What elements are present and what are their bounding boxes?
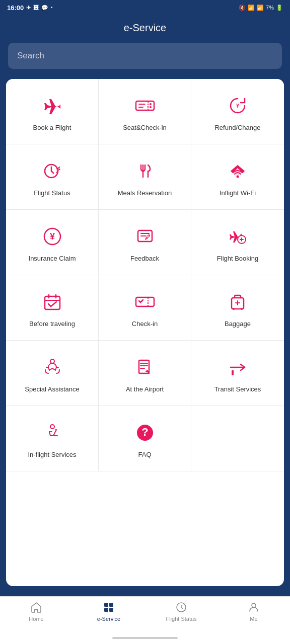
ticket-icon (132, 93, 158, 119)
svg-point-13 (233, 308, 235, 310)
meals-icon (132, 158, 158, 184)
search-section (0, 43, 290, 79)
svg-point-5 (237, 176, 239, 178)
baggage-icon (225, 289, 251, 315)
bottom-handle (0, 632, 290, 644)
nav-item-e-service[interactable]: e-Service (72, 601, 145, 622)
svg-rect-11 (136, 297, 154, 306)
nav-item-flight-status[interactable]: Flight Status (145, 601, 218, 622)
nav-item-home[interactable]: Home (0, 601, 72, 622)
grid-label-refund-change: Refund/Change (214, 124, 260, 132)
calendar-icon (39, 289, 65, 315)
refund-icon: ¥ (225, 93, 251, 119)
grid-label-special-assistance: Special Assistance (25, 385, 79, 394)
nav-label-flight-status: Flight Status (166, 616, 196, 622)
svg-text:¥: ¥ (236, 103, 240, 109)
svg-rect-25 (104, 608, 108, 612)
grid-item-inflight-services[interactable]: In-flight Services (6, 406, 99, 471)
flight-booking-icon (225, 223, 251, 250)
svg-rect-10 (45, 296, 60, 309)
nav-label-home: Home (29, 616, 43, 622)
grid-label-seat-checkin: Seat&Check-in (123, 124, 167, 132)
feedback-icon (132, 223, 158, 250)
grid-item-faq[interactable]: ? FAQ (99, 406, 191, 471)
svg-rect-26 (109, 608, 113, 612)
search-input[interactable] (8, 43, 282, 69)
flight-status-nav-icon (175, 601, 188, 614)
grid-label-feedback: Feedback (130, 255, 159, 263)
svg-point-14 (241, 308, 243, 310)
grid-item-feedback[interactable]: Feedback (99, 210, 191, 275)
grid-item-meals-reservation[interactable]: Meals Reservation (99, 144, 191, 210)
grid-item-at-the-airport[interactable]: At the Airport (99, 341, 191, 406)
grid-item-baggage[interactable]: Baggage (191, 275, 284, 341)
airport-book-icon (132, 354, 158, 380)
grid-item-refund-change[interactable]: ¥ Refund/Change (191, 79, 284, 144)
svg-text:¥: ¥ (49, 231, 54, 242)
grid-label-at-the-airport: At the Airport (126, 385, 164, 394)
svg-point-28 (252, 603, 256, 607)
me-icon (247, 601, 260, 614)
e-service-icon (102, 601, 115, 614)
grid-item-before-traveling[interactable]: Before traveling (6, 275, 99, 341)
services-grid-container: Book a Flight Seat&Check-in (6, 79, 284, 586)
checkin-ticket-icon (132, 289, 158, 315)
grid-label-baggage: Baggage (225, 320, 251, 329)
faq-icon: ? (132, 420, 158, 446)
svg-point-15 (50, 359, 54, 363)
assistance-icon (39, 354, 65, 380)
svg-rect-18 (232, 370, 234, 375)
grid-label-inflight-wifi: Inflight Wi-Fi (220, 189, 256, 198)
grid-label-inflight-services: In-flight Services (28, 451, 76, 459)
grid-label-before-traveling: Before traveling (29, 320, 75, 329)
grid-item-insurance-claim[interactable]: ¥ Insurance Claim (6, 210, 99, 275)
nav-item-me[interactable]: Me (218, 601, 290, 622)
svg-rect-24 (109, 603, 113, 607)
grid-item-transit-services[interactable]: Transit Services (191, 341, 284, 406)
page-title: e-Service (124, 22, 166, 33)
services-grid: Book a Flight Seat&Check-in (6, 79, 284, 471)
svg-rect-23 (104, 603, 108, 607)
grid-label-insurance-claim: Insurance Claim (29, 255, 76, 263)
grid-label-flight-booking: Flight Booking (217, 255, 258, 263)
grid-label-faq: FAQ (138, 451, 151, 459)
grid-label-check-in: Check-in (132, 320, 158, 329)
plane-icon (39, 93, 65, 119)
grid-item-special-assistance[interactable]: Special Assistance (6, 341, 99, 406)
bottom-navigation: Home e-Service Flight Status (0, 596, 290, 632)
grid-item-inflight-wifi[interactable]: Inflight Wi-Fi (191, 144, 284, 210)
nav-label-me: Me (250, 616, 257, 622)
status-bar: 16:00 ✈ 🖼 💬 • 🔇 📶 📶 7% 🔋 (0, 0, 290, 15)
app-header: e-Service (0, 15, 290, 43)
transit-icon (225, 354, 251, 380)
inflight-service-icon (39, 420, 65, 446)
wifi-plane-icon (225, 158, 251, 184)
nav-label-e-service: e-Service (97, 616, 120, 622)
yen-circle-icon: ¥ (39, 223, 65, 250)
home-icon (30, 601, 43, 614)
svg-point-1 (150, 103, 152, 105)
status-icons: 🔇 📶 📶 7% 🔋 (239, 5, 283, 11)
grid-item-flight-booking[interactable]: Flight Booking (191, 210, 284, 275)
grid-empty-cell (191, 406, 284, 471)
grid-label-flight-status: Flight Status (34, 189, 70, 198)
grid-item-check-in[interactable]: Check-in (99, 275, 191, 341)
grid-item-seat-checkin[interactable]: Seat&Check-in (99, 79, 191, 144)
svg-rect-0 (136, 101, 154, 110)
grid-label-transit-services: Transit Services (214, 385, 261, 394)
grid-item-flight-status[interactable]: Flight Status (6, 144, 99, 210)
svg-point-19 (50, 425, 54, 429)
clock-plane-icon (39, 158, 65, 184)
grid-label-book-a-flight: Book a Flight (33, 124, 71, 132)
grid-item-book-a-flight[interactable]: Book a Flight (6, 79, 99, 144)
svg-point-2 (150, 106, 152, 108)
grid-label-meals-reservation: Meals Reservation (118, 189, 172, 198)
status-time: 16:00 ✈ 🖼 💬 • (7, 4, 52, 12)
svg-text:?: ? (141, 426, 148, 438)
